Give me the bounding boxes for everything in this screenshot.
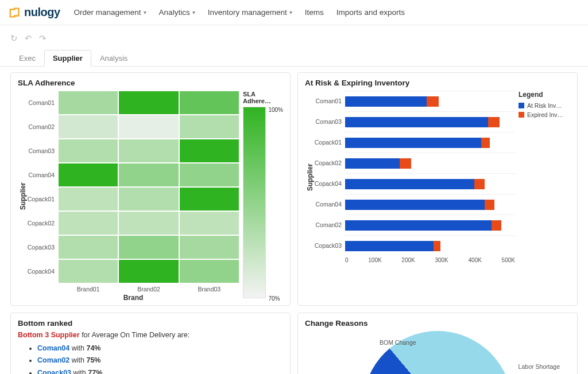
heat-cell[interactable] <box>118 163 179 187</box>
bottom-ranked-item: Copack03 with 77% <box>37 367 283 375</box>
sla-title: SLA Adherence <box>18 79 283 87</box>
refresh-icon[interactable]: ↻ <box>10 33 18 44</box>
legend-swatch <box>519 103 524 108</box>
heat-cell[interactable] <box>179 163 239 187</box>
inventory-bar-chart[interactable]: Coman01Coman03Copack01Copack02Copack04Co… <box>314 91 515 263</box>
bar-segment[interactable] <box>474 179 485 189</box>
bottom-ranked-card: Bottom ranked Bottom 3 Supplier for Aver… <box>10 313 291 374</box>
heat-cell[interactable] <box>118 115 179 139</box>
bar-legend-title: Legend <box>519 91 570 99</box>
bar-segment[interactable] <box>345 200 485 210</box>
bar-yaxis-title: Supplier <box>305 91 314 263</box>
bar-title: At Risk & Expiring Inventory <box>305 79 570 87</box>
nav-item-items[interactable]: Items <box>305 8 324 17</box>
legend-item[interactable]: Expired Inv… <box>519 111 570 118</box>
nav-item-order-management[interactable]: Order management▾ <box>74 8 146 17</box>
bar-row-label: Copack04 <box>314 180 345 187</box>
heat-cell[interactable] <box>58 259 118 283</box>
change-reasons-card: Change Reasons BOM Change Labor Shortage <box>297 313 578 374</box>
sla-heatmap[interactable]: Coman01Coman02Coman03Coman04Copack01Copa… <box>27 91 239 302</box>
bar-segment[interactable] <box>345 117 488 127</box>
nav-item-inventory-management[interactable]: Inventory management▾ <box>208 8 292 17</box>
brand-logo[interactable]: nulogy <box>9 6 60 19</box>
inventory-risk-card: At Risk & Expiring Inventory Supplier Co… <box>297 72 578 306</box>
heat-cell[interactable] <box>58 211 118 235</box>
bar-tick: 400K <box>469 257 482 263</box>
bar-segment[interactable] <box>400 158 412 169</box>
pie-title: Change Reasons <box>305 319 570 328</box>
action-toolbar: ↻ ↶ ↷ <box>0 25 588 47</box>
sla-legend-max: 100% <box>268 107 283 113</box>
sla-legend-colorbar <box>243 107 266 298</box>
heat-cell[interactable] <box>179 235 239 259</box>
undo-icon[interactable]: ↶ <box>25 33 32 44</box>
heat-row-label: Coman04 <box>27 163 58 187</box>
bar-segment[interactable] <box>492 220 502 231</box>
bar-segment[interactable] <box>488 117 500 127</box>
supplier-link[interactable]: Coman02 <box>37 356 69 364</box>
heat-cell[interactable] <box>58 187 118 211</box>
supplier-link[interactable]: Copack03 <box>37 369 71 375</box>
heat-cell[interactable] <box>118 139 179 163</box>
pie-label-bom: BOM Change <box>380 339 416 346</box>
bar-row-label: Coman02 <box>314 221 345 228</box>
bottom-ranked-list: Coman04 with 74%Coman02 with 75%Copack03… <box>37 342 283 374</box>
nav-item-imports-and-exports[interactable]: Imports and exports <box>336 8 405 17</box>
nav-item-analytics[interactable]: Analytics▾ <box>159 8 195 17</box>
sla-yaxis-title: Supplier <box>18 91 27 302</box>
heat-cell[interactable] <box>58 163 118 187</box>
chevron-down-icon: ▾ <box>192 9 195 15</box>
bar-segment[interactable] <box>481 138 490 148</box>
redo-icon[interactable]: ↷ <box>39 33 47 44</box>
bar-row-label: Copack02 <box>314 159 345 166</box>
heat-cell[interactable] <box>179 259 239 283</box>
heat-row-label: Copack04 <box>27 259 58 283</box>
bar-segment[interactable] <box>345 158 400 169</box>
chevron-down-icon: ▾ <box>289 9 292 15</box>
heat-cell[interactable] <box>58 115 118 139</box>
heat-cell[interactable] <box>58 91 118 115</box>
tab-supplier[interactable]: Supplier <box>44 50 91 67</box>
heat-cell[interactable] <box>118 235 179 259</box>
heat-cell[interactable] <box>118 259 179 283</box>
tab-exec[interactable]: Exec <box>10 50 44 67</box>
heat-row-label: Coman02 <box>27 115 58 139</box>
bar-segment[interactable] <box>345 96 427 107</box>
bar-tick: 0 <box>345 257 349 263</box>
heat-cell[interactable] <box>118 91 179 115</box>
main-nav: Order management▾Analytics▾Inventory man… <box>74 8 405 17</box>
bar-segment[interactable] <box>434 241 440 251</box>
heat-row-label: Copack01 <box>27 187 58 211</box>
sla-legend-title: SLA Adhere… <box>243 91 283 104</box>
brand-name: nulogy <box>24 6 60 19</box>
heat-cell[interactable] <box>118 187 179 211</box>
bar-segment[interactable] <box>427 96 439 107</box>
bar-tick: 200K <box>401 257 415 263</box>
bar-segment[interactable] <box>345 138 481 148</box>
bar-segment[interactable] <box>485 200 495 210</box>
heat-row-label: Copack03 <box>27 235 58 259</box>
supplier-link[interactable]: Coman04 <box>37 344 69 352</box>
heat-cell[interactable] <box>58 139 118 163</box>
bar-tick: 500K <box>502 257 515 263</box>
legend-item[interactable]: At Risk Inv… <box>519 102 570 109</box>
heat-cell[interactable] <box>179 139 239 163</box>
heat-cell[interactable] <box>179 115 239 139</box>
heat-col-label: Brand02 <box>118 283 179 293</box>
bar-segment[interactable] <box>345 220 492 231</box>
bottom-lead: Bottom 3 Supplier for Average On Time De… <box>18 331 283 339</box>
heat-cell[interactable] <box>58 235 118 259</box>
heat-cell[interactable] <box>179 211 239 235</box>
heat-col-label: Brand03 <box>179 283 239 293</box>
heat-row-label: Coman01 <box>27 91 58 115</box>
bar-segment[interactable] <box>345 179 474 189</box>
chevron-down-icon: ▾ <box>144 9 146 15</box>
tab-analysis[interactable]: Analysis <box>91 50 136 67</box>
heat-cell[interactable] <box>179 187 239 211</box>
heat-cell[interactable] <box>118 211 179 235</box>
change-reasons-pie[interactable]: BOM Change Labor Shortage <box>305 331 570 374</box>
heat-cell[interactable] <box>179 91 239 115</box>
bar-row-label: Copack01 <box>314 139 345 146</box>
bar-legend: Legend At Risk Inv…Expired Inv… <box>519 91 570 263</box>
bar-segment[interactable] <box>345 241 434 251</box>
